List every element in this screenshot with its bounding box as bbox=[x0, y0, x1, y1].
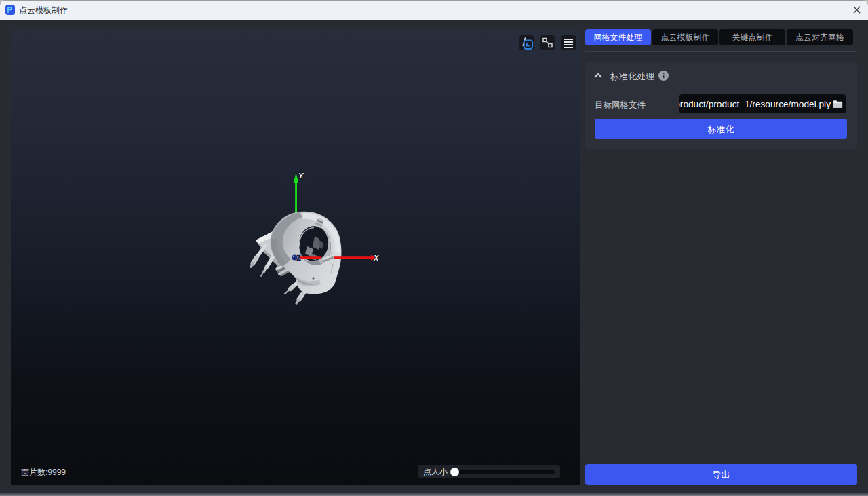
svg-text:X: X bbox=[373, 254, 379, 262]
svg-text:Z: Z bbox=[297, 254, 301, 262]
svg-text:Y: Y bbox=[298, 172, 304, 180]
